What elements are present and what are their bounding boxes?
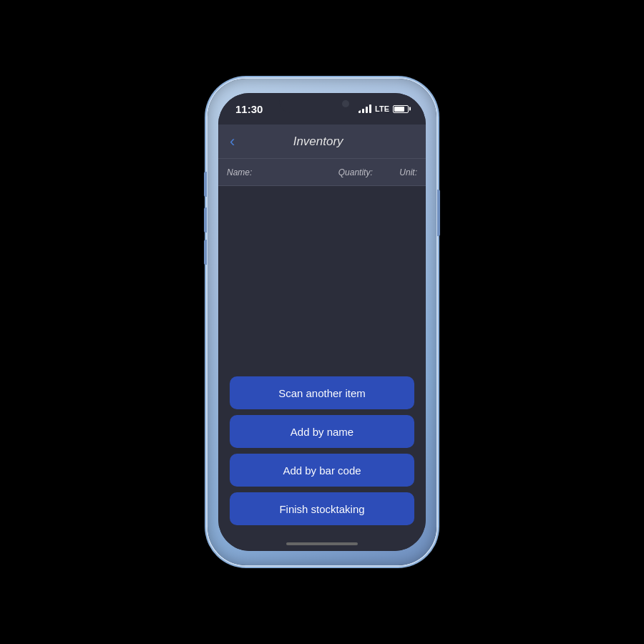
signal-bar-2 bbox=[362, 109, 364, 113]
signal-bar-4 bbox=[369, 104, 371, 113]
home-indicator bbox=[218, 537, 426, 551]
action-buttons: Scan another item Add by name Add by bar… bbox=[218, 371, 426, 537]
battery-fill bbox=[394, 107, 404, 112]
table-header: Name: Quantity: Unit: bbox=[218, 159, 426, 186]
phone-screen: 11:30 LTE ‹ Inventory bbox=[218, 93, 426, 551]
status-time: 11:30 bbox=[235, 103, 263, 115]
status-right: LTE bbox=[358, 104, 409, 113]
add-by-name-button[interactable]: Add by name bbox=[230, 415, 414, 448]
home-bar bbox=[286, 542, 358, 545]
nav-bar: ‹ Inventory bbox=[218, 125, 426, 159]
battery-icon bbox=[393, 105, 409, 113]
signal-bar-3 bbox=[366, 107, 368, 113]
col-name-header: Name: bbox=[227, 167, 330, 177]
notch bbox=[279, 93, 365, 113]
back-icon[interactable]: ‹ bbox=[230, 134, 235, 150]
scene: 11:30 LTE ‹ Inventory bbox=[0, 0, 644, 644]
scan-another-item-button[interactable]: Scan another item bbox=[230, 376, 414, 409]
phone-shell: 11:30 LTE ‹ Inventory bbox=[208, 79, 436, 565]
nav-title: Inventory bbox=[243, 135, 393, 149]
lte-label: LTE bbox=[375, 104, 389, 113]
col-unit-header: Unit: bbox=[381, 167, 417, 177]
finish-stocktaking-button[interactable]: Finish stocktaking bbox=[230, 492, 414, 525]
col-quantity-header: Quantity: bbox=[330, 167, 381, 177]
status-bar: 11:30 LTE bbox=[218, 93, 426, 125]
camera-icon bbox=[342, 100, 349, 107]
add-by-bar-code-button[interactable]: Add by bar code bbox=[230, 454, 414, 487]
table-content bbox=[218, 186, 426, 371]
